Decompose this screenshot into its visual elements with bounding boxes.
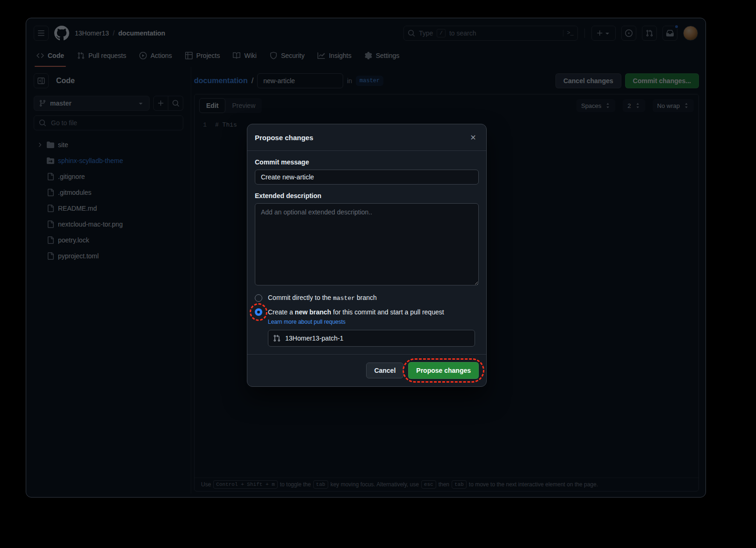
extended-description-label: Extended description: [255, 192, 479, 199]
commit-message-label: Commit message: [255, 158, 479, 166]
extended-description-textarea[interactable]: [255, 203, 479, 285]
radio-unchecked[interactable]: [255, 294, 262, 302]
new-branch-name-field[interactable]: [268, 330, 475, 347]
cancel-button[interactable]: Cancel: [366, 363, 403, 378]
branch-name-code: master: [333, 295, 355, 302]
propose-changes-dialog: Propose changes ✕ Commit message Extende…: [247, 124, 487, 387]
close-icon: ✕: [470, 133, 476, 142]
learn-more-link[interactable]: Learn more about pull requests: [268, 319, 479, 325]
close-button[interactable]: ✕: [468, 132, 479, 143]
commit-direct-option[interactable]: Commit directly to the master branch: [255, 294, 479, 302]
annotation-circle: [255, 308, 262, 316]
commit-direct-label: Commit directly to the master branch: [268, 294, 377, 302]
dialog-title: Propose changes: [255, 134, 313, 142]
commit-message-input[interactable]: [255, 170, 479, 185]
create-branch-option[interactable]: Create a new branch for this commit and …: [255, 308, 479, 316]
radio-checked[interactable]: [255, 308, 262, 316]
new-branch-name-input[interactable]: [284, 334, 470, 342]
git-pull-request-icon: [273, 334, 281, 342]
propose-changes-button[interactable]: Propose changes: [408, 362, 479, 379]
create-branch-label: Create a new branch for this commit and …: [268, 308, 444, 316]
annotation-box: Propose changes: [408, 362, 479, 379]
